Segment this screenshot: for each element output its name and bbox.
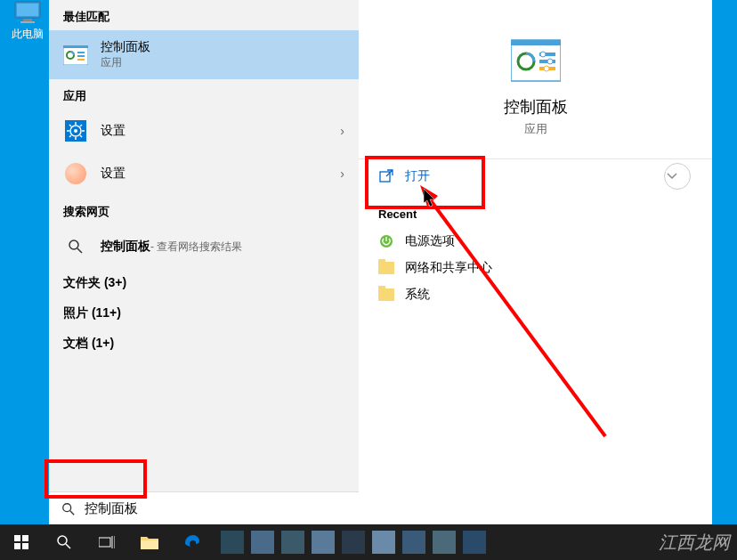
search-results-panel: 最佳匹配 控制面板 应用 应用 — [49, 0, 712, 524]
task-view-icon — [99, 536, 115, 548]
svg-line-22 — [77, 248, 82, 253]
search-icon — [61, 502, 76, 516]
taskbar-app[interactable] — [463, 531, 486, 554]
apps-header: 应用 — [49, 79, 359, 110]
svg-rect-42 — [99, 538, 110, 547]
folder-icon — [141, 535, 158, 549]
best-match-control-panel[interactable]: 控制面板 应用 — [49, 30, 359, 79]
taskbar-app[interactable] — [221, 531, 244, 554]
category-documents[interactable]: 文档 (1+) — [49, 329, 359, 359]
app-item-label: 设置 — [101, 123, 340, 139]
search-icon — [63, 234, 88, 259]
taskbar-app[interactable] — [281, 531, 304, 554]
svg-rect-36 — [14, 535, 20, 541]
svg-point-12 — [74, 129, 77, 133]
taskbar-running-apps — [217, 531, 490, 554]
best-match-sub: 应用 — [101, 55, 344, 70]
results-preview-column: 控制面板 应用 打开 Recent 电源选项 网络和共享中心 — [359, 0, 712, 524]
task-view-button[interactable] — [85, 524, 128, 560]
web-item-title: 控制面板 — [101, 239, 150, 255]
svg-point-31 — [544, 66, 549, 71]
app-item-label: 设置 — [101, 166, 340, 182]
web-item-suffix: - 查看网络搜索结果 — [150, 239, 242, 255]
svg-line-41 — [66, 544, 70, 548]
svg-point-29 — [540, 52, 546, 57]
svg-rect-39 — [22, 543, 28, 549]
recent-label: 电源选项 — [405, 233, 455, 249]
svg-rect-7 — [77, 52, 85, 53]
open-label: 打开 — [405, 168, 430, 184]
taskbar — [0, 524, 737, 560]
taskbar-app[interactable] — [342, 531, 365, 554]
computer-icon — [12, 0, 43, 25]
edge-icon — [183, 533, 201, 551]
svg-rect-3 — [20, 21, 35, 23]
svg-rect-9 — [77, 59, 85, 61]
taskbar-app[interactable] — [433, 531, 456, 554]
preview-title: 控制面板 — [359, 96, 712, 118]
power-icon — [378, 233, 394, 249]
svg-point-30 — [547, 59, 553, 64]
desktop-this-pc-label: 此电脑 — [11, 27, 45, 42]
svg-rect-37 — [22, 535, 28, 541]
recent-header: Recent — [359, 193, 712, 228]
taskbar-app[interactable] — [402, 531, 425, 554]
svg-rect-2 — [23, 19, 32, 21]
svg-rect-8 — [77, 55, 85, 57]
folder-icon — [378, 262, 394, 274]
svg-rect-38 — [14, 543, 20, 549]
web-header: 搜索网页 — [49, 195, 359, 225]
control-panel-icon-large — [511, 36, 561, 85]
app-item-settings-2[interactable]: 设置 › — [49, 152, 359, 195]
search-icon — [56, 534, 72, 550]
recent-label: 系统 — [405, 287, 430, 303]
expand-button[interactable] — [664, 163, 691, 190]
recent-network-sharing[interactable]: 网络和共享中心 — [359, 255, 712, 281]
recent-label: 网络和共享中心 — [405, 260, 492, 276]
desktop-this-pc[interactable]: 此电脑 — [11, 0, 45, 42]
svg-rect-24 — [511, 40, 561, 45]
file-explorer-button[interactable] — [128, 524, 171, 560]
cursor-icon — [424, 189, 438, 208]
svg-rect-32 — [380, 172, 390, 182]
control-panel-icon — [63, 43, 88, 68]
category-photos[interactable]: 照片 (11+) — [49, 298, 359, 329]
results-left-column: 最佳匹配 控制面板 应用 应用 — [49, 0, 359, 524]
taskbar-app[interactable] — [312, 531, 335, 554]
svg-rect-5 — [63, 45, 88, 48]
svg-rect-1 — [17, 4, 38, 16]
user-icon — [63, 161, 88, 186]
svg-point-34 — [63, 503, 71, 511]
chevron-right-icon: › — [340, 124, 344, 138]
taskbar-app[interactable] — [251, 531, 274, 554]
gear-icon — [63, 118, 88, 143]
open-icon — [378, 168, 394, 184]
taskbar-app[interactable] — [372, 531, 395, 554]
open-action[interactable]: 打开 — [359, 158, 712, 193]
edge-button[interactable] — [171, 524, 214, 560]
best-match-header: 最佳匹配 — [49, 0, 359, 30]
svg-point-21 — [69, 240, 78, 249]
recent-power-options[interactable]: 电源选项 — [359, 228, 712, 255]
search-box[interactable] — [49, 491, 359, 525]
windows-icon — [14, 535, 28, 549]
search-input[interactable] — [85, 501, 346, 516]
best-match-title: 控制面板 — [101, 39, 344, 55]
start-button[interactable] — [0, 524, 43, 560]
svg-line-35 — [70, 510, 74, 514]
web-search-item[interactable]: 控制面板 - 查看网络搜索结果 — [49, 225, 359, 268]
category-folders[interactable]: 文件夹 (3+) — [49, 268, 359, 298]
folder-icon — [378, 288, 394, 301]
svg-point-40 — [58, 536, 67, 545]
chevron-down-icon — [667, 173, 677, 180]
taskbar-search-button[interactable] — [43, 524, 85, 560]
app-item-settings-1[interactable]: 设置 › — [49, 110, 359, 152]
recent-system[interactable]: 系统 — [359, 281, 712, 308]
svg-rect-45 — [141, 540, 158, 549]
chevron-right-icon: › — [340, 166, 344, 181]
preview-sub: 应用 — [359, 121, 712, 137]
